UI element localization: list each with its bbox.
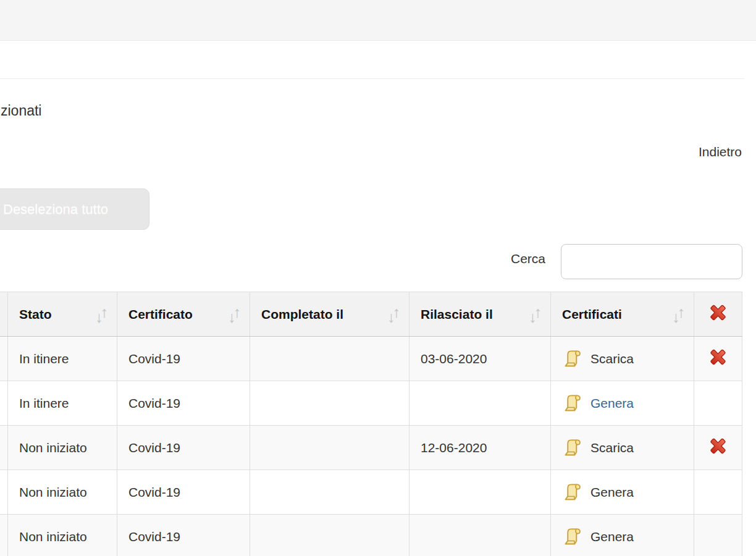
- column-header-certificato[interactable]: Certificato↓↑: [117, 292, 250, 337]
- generate-certificate-link[interactable]: Genera: [562, 526, 690, 547]
- delete-row-button[interactable]: [708, 437, 728, 455]
- table-header-row: Stato↓↑Certificato↓↑Completato il↓↑Rilas…: [0, 292, 742, 337]
- scroll-icon: [562, 526, 582, 547]
- download-certificate-link[interactable]: Scarica: [562, 437, 690, 458]
- certificate-action-label: Genera: [590, 396, 634, 411]
- column-label: Stato: [19, 307, 52, 321]
- scroll-icon: [562, 482, 582, 502]
- column-header-rilasciato-il[interactable]: Rilasciato il↓↑: [410, 292, 551, 337]
- horizontal-divider: [0, 78, 744, 79]
- table-row: Non iniziatoCovid-19Genera: [0, 470, 742, 515]
- table-body: In itinereCovid-1903-06-2020ScaricaIn it…: [0, 337, 742, 556]
- cell-stato: Non iniziato: [8, 470, 117, 515]
- scroll-icon: [562, 393, 582, 413]
- page: zionati Indietro Deseleziona tutto Cerca…: [0, 0, 756, 556]
- sort-icon: ↓↑: [529, 306, 539, 322]
- sort-icon: ↓↑: [95, 306, 106, 322]
- search-input[interactable]: [561, 244, 742, 279]
- cell-sliver: [0, 426, 8, 470]
- column-header-completato-il[interactable]: Completato il↓↑: [250, 292, 410, 337]
- cell-certificato: Covid-19: [117, 515, 250, 556]
- cell-rilasciato-il: [410, 381, 551, 426]
- certificate-action-label: Scarica: [590, 440, 634, 455]
- cell-completato-il: [250, 337, 410, 381]
- cell-delete: [694, 515, 742, 556]
- cell-rilasciato-il: [410, 515, 551, 556]
- column-label: Completato il: [261, 307, 343, 321]
- cell-delete: [694, 470, 742, 515]
- cell-sliver: [0, 470, 8, 515]
- column-header-stato[interactable]: Stato↓↑: [8, 292, 117, 337]
- certificate-action-label: Genera: [590, 485, 634, 500]
- column-label: Certificato: [128, 307, 193, 321]
- cell-completato-il: [250, 470, 410, 515]
- column-header-sliver: [0, 292, 8, 337]
- table-header: Stato↓↑Certificato↓↑Completato il↓↑Rilas…: [0, 292, 742, 337]
- scroll-icon: [562, 437, 582, 458]
- cell-completato-il: [250, 381, 410, 426]
- cell-stato: In itinere: [8, 381, 117, 426]
- cell-sliver: [0, 515, 8, 556]
- cell-certificato: Covid-19: [117, 337, 250, 381]
- cell-certificato: Covid-19: [117, 470, 250, 515]
- delete-cross-icon: [708, 303, 728, 322]
- certificate-action-label: Scarica: [590, 352, 634, 366]
- cell-stato: In itinere: [8, 337, 117, 381]
- cell-certificato: Covid-19: [117, 381, 250, 426]
- search-label: Cerca: [511, 251, 545, 266]
- cell-stato: Non iniziato: [8, 426, 117, 470]
- certificates-table: Stato↓↑Certificato↓↑Completato il↓↑Rilas…: [0, 292, 742, 556]
- table-row: Non iniziatoCovid-1912-06-2020Scarica: [0, 426, 742, 470]
- column-label: Certificati: [562, 307, 622, 321]
- deselect-all-button[interactable]: Deseleziona tutto: [0, 188, 149, 230]
- column-label: Rilasciato il: [421, 307, 493, 321]
- generate-certificate-link[interactable]: Genera: [562, 482, 690, 502]
- delete-row-button[interactable]: [708, 348, 728, 366]
- cell-certificati: Genera: [551, 470, 694, 515]
- cell-rilasciato-il: 03-06-2020: [410, 337, 551, 381]
- cell-certificati: Genera: [551, 515, 694, 556]
- cell-completato-il: [250, 515, 410, 556]
- cell-delete: [694, 381, 742, 426]
- cell-rilasciato-il: [410, 470, 551, 515]
- page-title-fragment: zionati: [1, 103, 41, 119]
- sort-icon: ↓↑: [387, 306, 398, 322]
- download-certificate-link[interactable]: Scarica: [562, 348, 690, 369]
- table-row: In itinereCovid-19Genera: [0, 381, 742, 426]
- cell-certificati: Genera: [551, 381, 694, 426]
- sort-icon: ↓↑: [228, 306, 238, 322]
- cell-stato: Non iniziato: [8, 515, 117, 556]
- column-header-certificati[interactable]: Certificati↓↑: [551, 292, 694, 337]
- cell-delete: [694, 337, 742, 381]
- top-navbar: [0, 0, 756, 41]
- cell-delete: [694, 426, 742, 470]
- cell-sliver: [0, 381, 8, 426]
- sort-icon: ↓↑: [672, 306, 682, 322]
- scroll-icon: [562, 348, 582, 369]
- table-row: In itinereCovid-1903-06-2020Scarica: [0, 337, 742, 381]
- back-link[interactable]: Indietro: [699, 145, 742, 159]
- certificate-action-label: Genera: [590, 529, 634, 544]
- cell-certificati: Scarica: [551, 426, 694, 470]
- cell-certificato: Covid-19: [117, 426, 250, 470]
- cell-certificati: Scarica: [551, 337, 694, 381]
- cell-completato-il: [250, 426, 410, 470]
- cell-rilasciato-il: 12-06-2020: [410, 426, 551, 470]
- cell-sliver: [0, 337, 8, 381]
- generate-certificate-link[interactable]: Genera: [562, 393, 690, 413]
- table-row: Non iniziatoCovid-19Genera: [0, 515, 742, 556]
- column-header-delete[interactable]: [694, 292, 742, 337]
